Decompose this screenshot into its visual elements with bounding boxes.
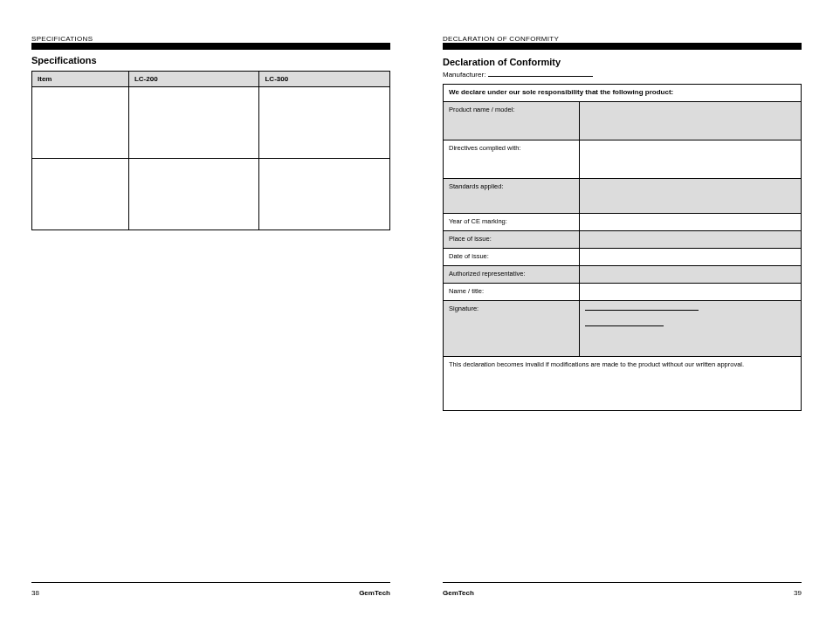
table-row: Standards applied: xyxy=(444,179,802,214)
declaration-note: This declaration becomes invalid if modi… xyxy=(444,357,802,411)
table-row: Directives complied with: xyxy=(444,140,802,179)
row-label: Product name / model: xyxy=(444,102,580,140)
table-row xyxy=(32,159,390,230)
manufacturer-line: Manufacturer: xyxy=(443,71,802,79)
note-row: This declaration becomes invalid if modi… xyxy=(444,357,802,411)
row-label: Date of issue: xyxy=(444,249,580,266)
right-page: DECLARATION OF CONFORMITY Declaration of… xyxy=(443,35,802,609)
table-row: Year of CE marking: xyxy=(444,214,802,231)
signature-label: Signature: xyxy=(444,301,580,357)
row-label: Directives complied with: xyxy=(444,140,580,179)
col-header-item: Item xyxy=(32,72,129,87)
left-page: SPECIFICATIONS Specifications Item LC-20… xyxy=(31,35,390,609)
cell-item xyxy=(32,87,129,159)
heading-rule xyxy=(443,43,802,50)
cell-value-a xyxy=(128,87,259,159)
row-value xyxy=(579,249,801,266)
page-number: 39 xyxy=(794,589,802,597)
footer-brand: GemTech xyxy=(359,589,390,597)
cell-value-a xyxy=(128,159,259,230)
row-value xyxy=(579,102,801,140)
row-value xyxy=(579,284,801,301)
col-header-model-b: LC-300 xyxy=(259,72,390,87)
heading-rule xyxy=(31,43,390,50)
row-label: Authorized representative: xyxy=(444,266,580,284)
declaration-intro: We declare under our sole responsibility… xyxy=(444,85,802,102)
section-overline: DECLARATION OF CONFORMITY xyxy=(443,35,802,43)
page-number: 38 xyxy=(31,589,39,597)
page-spread: SPECIFICATIONS Specifications Item LC-20… xyxy=(31,35,802,609)
specifications-table: Item LC-200 LC-300 xyxy=(31,71,390,230)
declaration-table: We declare under our sole responsibility… xyxy=(443,84,802,411)
row-label: Place of issue: xyxy=(444,231,580,249)
footer-rule xyxy=(31,582,390,583)
row-value xyxy=(579,214,801,231)
table-row xyxy=(32,87,390,159)
table-row: Name / title: xyxy=(444,284,802,301)
table-header-row: Item LC-200 LC-300 xyxy=(32,72,390,87)
manufacturer-label: Manufacturer: xyxy=(443,71,485,79)
row-value xyxy=(579,140,801,179)
cell-item xyxy=(32,159,129,230)
col-header-model-a: LC-200 xyxy=(128,72,259,87)
row-value xyxy=(579,266,801,284)
row-value xyxy=(579,179,801,214)
signature-line-1 xyxy=(585,310,699,311)
declaration-header: We declare under our sole responsibility… xyxy=(444,85,802,102)
table-row: Authorized representative: xyxy=(444,266,802,284)
signature-row: Signature: xyxy=(444,301,802,357)
row-value xyxy=(579,231,801,249)
table-row: Date of issue: xyxy=(444,249,802,266)
page-title: Declaration of Conformity xyxy=(443,57,802,67)
table-row: Place of issue: xyxy=(444,231,802,249)
page-title: Specifications xyxy=(31,55,390,65)
cell-value-b xyxy=(259,159,390,230)
signature-cell xyxy=(579,301,801,357)
row-label: Standards applied: xyxy=(444,179,580,214)
footer-brand: GemTech xyxy=(443,589,474,597)
footer-rule xyxy=(443,582,802,583)
table-row: Product name / model: xyxy=(444,102,802,140)
cell-value-b xyxy=(259,87,390,159)
manufacturer-value xyxy=(488,76,593,77)
row-label: Name / title: xyxy=(444,284,580,301)
row-label: Year of CE marking: xyxy=(444,214,580,231)
section-overline: SPECIFICATIONS xyxy=(31,35,390,43)
signature-line-2 xyxy=(585,325,664,326)
